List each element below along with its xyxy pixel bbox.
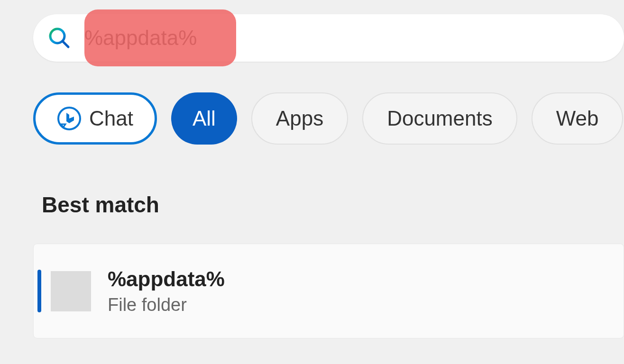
- tab-apps[interactable]: Apps: [251, 92, 348, 145]
- search-icon: [47, 26, 71, 50]
- tab-all[interactable]: All: [171, 92, 237, 145]
- result-subtitle: File folder: [108, 295, 225, 315]
- tab-all-label: All: [193, 107, 216, 130]
- result-text-group: %appdata% File folder: [108, 267, 225, 315]
- bing-chat-icon: [57, 106, 82, 131]
- tab-apps-label: Apps: [276, 107, 323, 130]
- tab-chat[interactable]: Chat: [33, 92, 157, 145]
- best-match-header: Best match: [42, 192, 624, 218]
- tab-documents[interactable]: Documents: [362, 92, 517, 145]
- search-bar[interactable]: [33, 14, 624, 62]
- search-input[interactable]: [75, 22, 610, 54]
- tab-web[interactable]: Web: [532, 92, 624, 145]
- tab-web-label: Web: [556, 107, 599, 130]
- svg-line-1: [63, 41, 68, 47]
- tab-documents-label: Documents: [387, 107, 493, 130]
- folder-icon: [51, 271, 91, 311]
- tab-chat-label: Chat: [89, 107, 133, 130]
- result-title: %appdata%: [108, 267, 225, 291]
- filter-tabs: Chat All Apps Documents Web: [33, 92, 624, 145]
- search-result-item[interactable]: %appdata% File folder: [33, 244, 624, 338]
- selection-indicator: [37, 270, 41, 312]
